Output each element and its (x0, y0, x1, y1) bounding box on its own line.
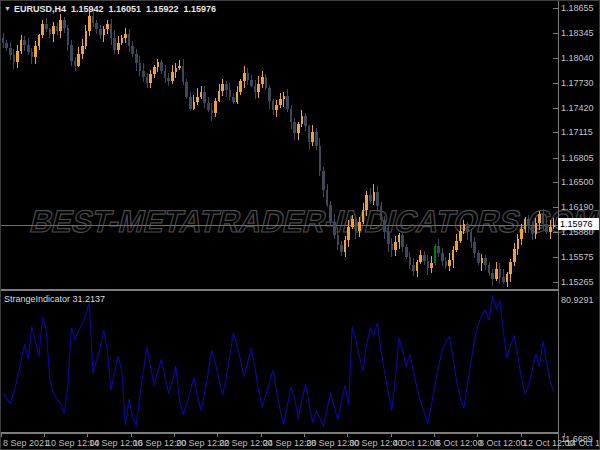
candle (142, 63, 145, 82)
candle (437, 239, 440, 257)
candle (542, 209, 545, 229)
candle (221, 79, 224, 97)
candle (358, 217, 361, 237)
candle (427, 255, 430, 275)
candle (409, 252, 412, 269)
candle (153, 65, 156, 79)
candle (229, 83, 232, 101)
candle (405, 244, 408, 259)
chart-canvas[interactable] (1, 1, 600, 450)
candle (351, 215, 354, 229)
candle (146, 73, 149, 87)
candle (506, 272, 509, 288)
candle (189, 92, 192, 111)
candle (311, 125, 314, 146)
candle (5, 40, 8, 51)
candle (74, 57, 77, 71)
candle (333, 214, 336, 239)
candle (121, 35, 124, 45)
current-price-value: 1.15976 (560, 219, 593, 229)
candle (293, 118, 296, 140)
candle (63, 17, 66, 33)
candle (412, 258, 415, 275)
candle (45, 18, 48, 32)
price-axis-label: 1.18040 (561, 53, 594, 63)
candle (531, 221, 534, 239)
candle (398, 233, 401, 249)
time-axis-label: 8 Oct 12:00 (479, 438, 526, 448)
candle (135, 49, 138, 71)
candle (380, 202, 383, 221)
indicator-line-series (3, 296, 554, 426)
candle (139, 56, 142, 76)
candle (362, 203, 365, 224)
candle (41, 20, 44, 38)
candle (517, 234, 520, 255)
candle (167, 73, 170, 85)
candle (459, 225, 462, 244)
candle (59, 14, 62, 38)
candle (243, 66, 246, 88)
quote-open: 1.15942 (71, 4, 104, 14)
price-axis-label: 1.17420 (561, 103, 594, 113)
candle (527, 215, 530, 233)
quote-close: 1.15976 (184, 4, 217, 14)
symbol-marker-icon[interactable]: ▼ (4, 5, 11, 12)
candle (254, 80, 257, 99)
candle (535, 218, 538, 239)
time-axis-label: 6 Oct 12:00 (436, 438, 483, 448)
candle (103, 26, 106, 43)
candle (387, 227, 390, 251)
time-axis-label: 4 Oct 12:00 (393, 438, 440, 448)
candle (128, 29, 131, 51)
candle (509, 259, 512, 282)
candle (225, 81, 228, 97)
candle (365, 191, 368, 217)
candle (290, 105, 293, 129)
candle (524, 217, 527, 232)
candle (67, 25, 70, 51)
price-axis-label: 1.16190 (561, 202, 594, 212)
candle (49, 28, 52, 38)
candle (401, 232, 404, 252)
candle (329, 201, 332, 225)
candle (419, 250, 422, 264)
candle (455, 234, 458, 252)
candle (185, 79, 188, 99)
candle (470, 229, 473, 248)
candle (502, 269, 505, 284)
candle (203, 86, 206, 109)
candle (85, 25, 88, 49)
candle (319, 138, 322, 176)
candle (416, 260, 419, 277)
candle (200, 86, 203, 98)
candle (178, 60, 181, 70)
candle (81, 39, 84, 60)
candle (513, 243, 516, 266)
candle (553, 218, 556, 228)
candle (463, 220, 466, 233)
candle (495, 262, 498, 280)
candle (160, 60, 163, 74)
candle (211, 103, 214, 121)
candle (268, 85, 271, 109)
price-axis-label: 1.17115 (561, 127, 593, 137)
candle (520, 224, 523, 245)
indicator-value: 31.2137 (73, 294, 106, 304)
candle (38, 34, 41, 50)
candle (383, 216, 386, 239)
price-axis-label: 1.17730 (561, 78, 594, 88)
candle (441, 248, 444, 266)
candle (16, 45, 19, 67)
candle (239, 79, 242, 95)
candle (171, 65, 174, 83)
candle (538, 211, 541, 231)
candle (326, 184, 329, 207)
price-axis-label: 1.15575 (561, 252, 594, 262)
candle (236, 86, 239, 105)
mt4-chart-window: BEST-METATRADER-INDICATORS.COM ▼EURUSD,H… (0, 0, 600, 450)
candle (34, 41, 37, 64)
candle (77, 47, 80, 67)
candle (13, 49, 16, 69)
candle (301, 110, 304, 127)
